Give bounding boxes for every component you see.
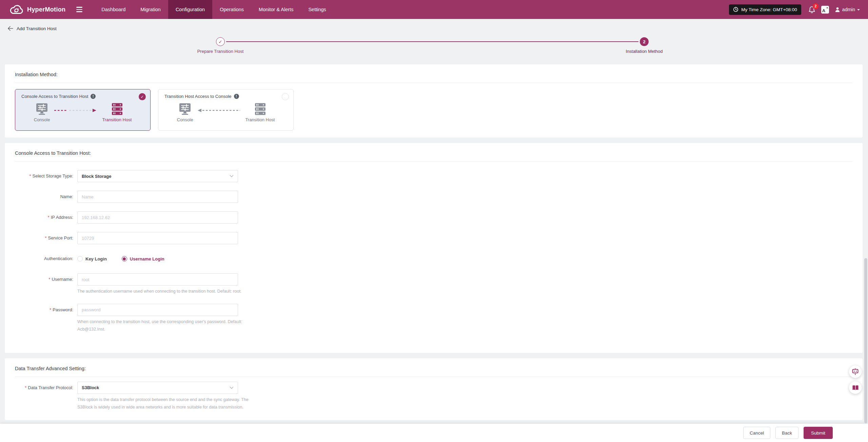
ip-address-row: *IP Address: xyxy=(15,211,852,224)
radio-dot-icon xyxy=(122,256,127,261)
divider xyxy=(15,377,852,377)
console-access-title: Console Access to Transition Host: xyxy=(15,150,852,156)
info-icon[interactable]: ! xyxy=(234,94,239,99)
server-stack-icon xyxy=(110,103,124,115)
data-transfer-card: Data Transfer Advanced Setting: *Data Tr… xyxy=(5,358,863,420)
open-book-icon xyxy=(852,385,859,391)
protocol-label: *Data Transfer Protocol: xyxy=(15,382,73,394)
console-endpoint: Console xyxy=(34,103,50,122)
brand: HyperMotion xyxy=(9,4,65,15)
scrollbar-thumb[interactable] xyxy=(864,258,867,423)
installation-method-card: Installation Method: Console Access to T… xyxy=(5,64,863,138)
divider xyxy=(15,83,852,83)
ip-address-input[interactable] xyxy=(77,211,238,224)
nav-operations[interactable]: Operations xyxy=(212,0,251,19)
username-login-radio[interactable]: Username Login xyxy=(122,256,164,261)
key-login-radio[interactable]: Key Login xyxy=(77,256,107,261)
nav-migration[interactable]: Migration xyxy=(133,0,168,19)
transition-host-label: Transition Host xyxy=(245,117,275,122)
authentication-label: Authentication: xyxy=(15,253,73,265)
timezone-pill[interactable]: My Time Zone: GMT+08:00 xyxy=(729,4,801,15)
unselected-radio-circle xyxy=(282,93,289,100)
step-2-circle: 2 xyxy=(640,37,649,46)
console-label: Console xyxy=(177,117,193,122)
transition-host-label: Transition Host xyxy=(102,117,132,122)
stepper-connector xyxy=(226,41,638,42)
storage-type-value: Block Storage xyxy=(82,174,111,179)
username-row: *Username: The authentication username u… xyxy=(15,273,852,295)
arrow-left-dashed-icon xyxy=(197,108,241,114)
cancel-button[interactable]: Cancel xyxy=(743,427,770,439)
language-translate-icon[interactable]: Ax xyxy=(821,6,829,14)
app-header: HyperMotion Dashboard Migration Configur… xyxy=(0,0,868,19)
robot-icon xyxy=(851,368,859,376)
radio-circle-icon xyxy=(77,256,83,261)
password-hint: When connecting to the transition host, … xyxy=(77,318,262,333)
protocol-select[interactable]: S3Block xyxy=(77,382,238,394)
protocol-hint: This option is the data transfer protoco… xyxy=(77,396,262,411)
step-1-done-check-icon: ✓ xyxy=(216,37,225,46)
back-button[interactable]: Back xyxy=(775,427,798,439)
storage-type-row: *Select Storage Type: Block Storage xyxy=(15,170,852,182)
user-name: admin xyxy=(842,7,855,12)
action-footer: Cancel Back Submit xyxy=(0,424,868,442)
storage-type-select[interactable]: Block Storage xyxy=(77,170,238,182)
service-port-row: *Service Port: xyxy=(15,232,852,244)
nav-dashboard[interactable]: Dashboard xyxy=(94,0,133,19)
nav-monitor-alerts[interactable]: Monitor & Alerts xyxy=(251,0,301,19)
password-input[interactable] xyxy=(77,304,238,316)
key-login-label: Key Login xyxy=(85,256,107,261)
protocol-row: *Data Transfer Protocol: S3Block This op… xyxy=(15,382,852,411)
console-access-card: Console Access to Transition Host: *Sele… xyxy=(5,143,863,353)
method-host-to-console[interactable]: Transition Host Access to Console ! xyxy=(158,89,294,131)
method-console-to-host[interactable]: Console Access to Transition Host ! ✓ xyxy=(15,89,151,131)
console-monitor-icon xyxy=(35,103,49,115)
chevron-down-icon xyxy=(230,386,234,389)
step-1-label: Prepare Transition Host xyxy=(170,49,271,54)
timezone-label: My Time Zone: GMT+08:00 xyxy=(741,7,797,12)
server-stack-icon xyxy=(253,103,267,115)
assistant-robot-button[interactable] xyxy=(849,365,862,378)
installation-method-title: Installation Method: xyxy=(15,72,852,77)
notifications-button[interactable]: 2 xyxy=(808,6,815,14)
data-transfer-title: Data Transfer Advanced Setting: xyxy=(15,366,852,371)
name-input[interactable] xyxy=(77,191,238,203)
transition-host-endpoint: Transition Host xyxy=(245,103,275,122)
selected-check-icon: ✓ xyxy=(139,93,146,100)
method-b-diagram: Console xyxy=(164,103,287,122)
info-icon[interactable]: ! xyxy=(91,94,96,99)
protocol-value: S3Block xyxy=(82,385,99,390)
storage-type-label: *Select Storage Type: xyxy=(15,170,73,182)
password-label: *Password: xyxy=(15,304,73,316)
username-login-label: Username Login xyxy=(130,256,164,261)
main-nav: Dashboard Migration Configuration Operat… xyxy=(94,0,334,19)
brand-name: HyperMotion xyxy=(27,6,65,13)
username-input[interactable] xyxy=(77,273,238,286)
nav-settings[interactable]: Settings xyxy=(301,0,333,19)
service-port-input[interactable] xyxy=(77,232,238,244)
authentication-row: Authentication: Key Login Username Login xyxy=(15,253,852,265)
back-arrow-icon[interactable] xyxy=(7,26,13,31)
person-icon xyxy=(835,7,840,13)
service-port-label: *Service Port: xyxy=(15,232,73,244)
user-menu[interactable]: admin xyxy=(835,7,860,13)
console-endpoint: Console xyxy=(177,103,193,122)
console-monitor-icon xyxy=(178,103,192,115)
submit-button[interactable]: Submit xyxy=(804,427,833,439)
console-label: Console xyxy=(34,117,50,122)
clock-icon xyxy=(733,7,738,12)
username-label: *Username: xyxy=(15,273,73,286)
menu-hamburger-icon[interactable] xyxy=(76,7,82,12)
method-a-diagram: Console xyxy=(21,103,144,122)
page-title: Add Transition Host xyxy=(17,26,57,31)
step-2-label: Installation Method xyxy=(593,49,695,54)
transition-host-endpoint: Transition Host xyxy=(102,103,132,122)
password-row: *Password: When connecting to the transi… xyxy=(15,304,852,333)
method-a-title: Console Access to Transition Host xyxy=(21,94,88,99)
nav-configuration[interactable]: Configuration xyxy=(168,0,212,19)
stepper: ✓ 2 Prepare Transition Host Installation… xyxy=(0,35,868,59)
documentation-book-button[interactable] xyxy=(849,381,862,394)
logo-cloud-sync-icon xyxy=(9,4,24,15)
username-hint: The authentication username used when co… xyxy=(77,288,241,295)
divider xyxy=(15,161,852,162)
